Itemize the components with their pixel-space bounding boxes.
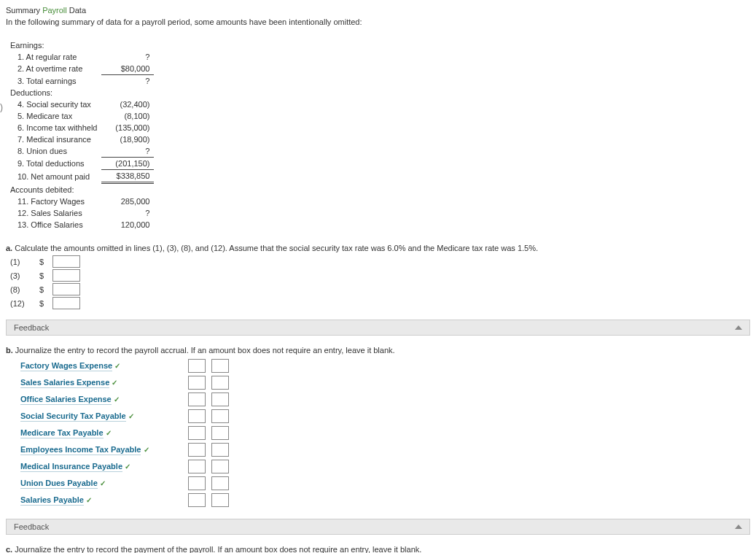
row-9-label: 9. Total deductions <box>6 158 101 170</box>
account-link[interactable]: Salaries Payable <box>20 495 84 506</box>
row-1-label: 1. At regular rate <box>6 51 101 63</box>
answer-row: (1)$ <box>10 255 750 268</box>
dollar-sign: $ <box>39 271 45 280</box>
credit-input[interactable] <box>211 493 229 507</box>
account-link[interactable]: Medicare Tax Payable <box>20 428 104 438</box>
row-5-value: (8,100) <box>101 110 154 122</box>
credit-input[interactable] <box>211 409 229 423</box>
answer-input-3[interactable] <box>52 283 80 295</box>
payroll-data-table: Earnings: 1. At regular rate? 2. At over… <box>6 39 154 231</box>
debit-input[interactable] <box>188 392 206 406</box>
deductions-header: Deductions: <box>6 87 154 98</box>
row-4-label: 4. Social security tax <box>6 98 101 110</box>
account-link[interactable]: Employees Income Tax Payable <box>20 445 141 455</box>
row-8-value: ? <box>101 145 154 158</box>
answer-input-4[interactable] <box>52 297 80 309</box>
account-link[interactable]: Office Salaries Expense <box>20 395 112 405</box>
row-13-label: 13. Office Salaries <box>6 219 101 231</box>
credit-input[interactable] <box>211 392 229 406</box>
feedback-bar-a[interactable]: Feedback <box>6 320 750 336</box>
credit-input[interactable] <box>211 359 229 373</box>
row-9-value: (201,150) <box>101 158 154 170</box>
row-8-label: 8. Union dues <box>6 145 101 158</box>
row-6-value: (135,000) <box>101 122 154 134</box>
feedback-bar-b[interactable]: Feedback <box>6 519 750 535</box>
check-icon: ✓ <box>100 479 106 487</box>
check-icon: ✓ <box>128 412 134 420</box>
row-11-label: 11. Factory Wages <box>6 196 101 207</box>
check-icon: ✓ <box>144 446 149 454</box>
debit-input[interactable] <box>188 493 206 507</box>
journal-row: Sales Salaries Expense ✓ <box>17 374 232 391</box>
account-link[interactable]: Social Security Tax Payable <box>20 411 126 422</box>
journal-row: Salaries Payable ✓ <box>17 492 232 508</box>
journal-row: Medicare Tax Payable ✓ <box>17 425 232 441</box>
feedback-label: Feedback <box>14 323 49 332</box>
section-a-text: Calculate the amounts omitted in lines (… <box>15 244 538 252</box>
debit-input[interactable] <box>188 460 206 473</box>
chevron-up-icon <box>735 325 742 330</box>
answer-row: (8)$ <box>10 283 750 295</box>
answer-row: (3)$ <box>10 269 750 282</box>
dollar-sign: $ <box>39 299 45 308</box>
check-icon: ✓ <box>106 429 112 437</box>
credit-input[interactable] <box>211 426 229 440</box>
title-post: Data <box>67 6 86 15</box>
section-a: a. Calculate the amounts omitted in line… <box>6 244 750 309</box>
journal-row: Employees Income Tax Payable ✓ <box>17 441 232 458</box>
accounts-header: Accounts debited: <box>6 183 154 196</box>
answer-input-1[interactable] <box>52 255 80 268</box>
answer-tag: (12) <box>10 299 32 308</box>
journal-row: Office Salaries Expense ✓ <box>17 391 232 408</box>
row-4-value: (32,400) <box>101 98 154 110</box>
row-2-label: 2. At overtime rate <box>6 63 101 75</box>
answer-tag: (3) <box>10 271 32 280</box>
row-1-value: ? <box>101 51 154 63</box>
debit-input[interactable] <box>188 376 206 390</box>
credit-input[interactable] <box>211 460 229 473</box>
credit-input[interactable] <box>211 376 229 390</box>
row-10-value: $338,850 <box>101 170 154 183</box>
account-link[interactable]: Medical Insurance Payable <box>20 462 122 472</box>
check-icon: ✓ <box>112 379 117 387</box>
section-b-text: Journalize the entry to record the payro… <box>15 346 395 355</box>
row-5-label: 5. Medicare tax <box>6 110 101 122</box>
debit-input[interactable] <box>188 443 206 457</box>
row-7-label: 7. Medical insurance <box>6 134 101 145</box>
stray-paren: ) <box>0 102 3 112</box>
section-b-label: b. <box>6 346 13 355</box>
credit-input[interactable] <box>211 476 229 490</box>
debit-input[interactable] <box>188 359 206 373</box>
debit-input[interactable] <box>188 476 206 490</box>
page-title: Summary Payroll Data <box>6 6 750 15</box>
answer-input-2[interactable] <box>52 269 80 282</box>
row-12-label: 12. Sales Salaries <box>6 207 101 219</box>
row-7-value: (18,900) <box>101 134 154 145</box>
debit-input[interactable] <box>188 409 206 423</box>
earnings-header: Earnings: <box>6 39 154 51</box>
row-3-value: ? <box>101 75 154 88</box>
check-icon: ✓ <box>86 496 92 504</box>
dollar-sign: $ <box>39 285 45 294</box>
chevron-up-icon <box>735 525 742 529</box>
title-highlight: Payroll <box>42 6 67 15</box>
check-icon: ✓ <box>114 395 120 403</box>
section-a-label: a. <box>6 244 12 252</box>
row-13-value: 120,000 <box>101 219 154 231</box>
row-6-label: 6. Income tax withheld <box>6 122 101 134</box>
section-c-text: Journalize the entry to record the payme… <box>15 545 421 553</box>
check-icon: ✓ <box>114 362 120 370</box>
journal-row: Medical Insurance Payable ✓ <box>17 458 232 475</box>
debit-input[interactable] <box>188 426 206 440</box>
account-link[interactable]: Factory Wages Expense <box>20 361 112 371</box>
section-c-label: c. <box>6 545 12 553</box>
row-11-value: 285,000 <box>101 196 154 207</box>
journal-row: Union Dues Payable ✓ <box>17 475 232 492</box>
answer-tag: (1) <box>10 258 32 266</box>
answer-row: (12)$ <box>10 297 750 309</box>
row-12-value: ? <box>101 207 154 219</box>
account-link[interactable]: Union Dues Payable <box>20 479 98 489</box>
check-icon: ✓ <box>125 463 130 471</box>
account-link[interactable]: Sales Salaries Expense <box>20 378 109 388</box>
credit-input[interactable] <box>211 443 229 457</box>
